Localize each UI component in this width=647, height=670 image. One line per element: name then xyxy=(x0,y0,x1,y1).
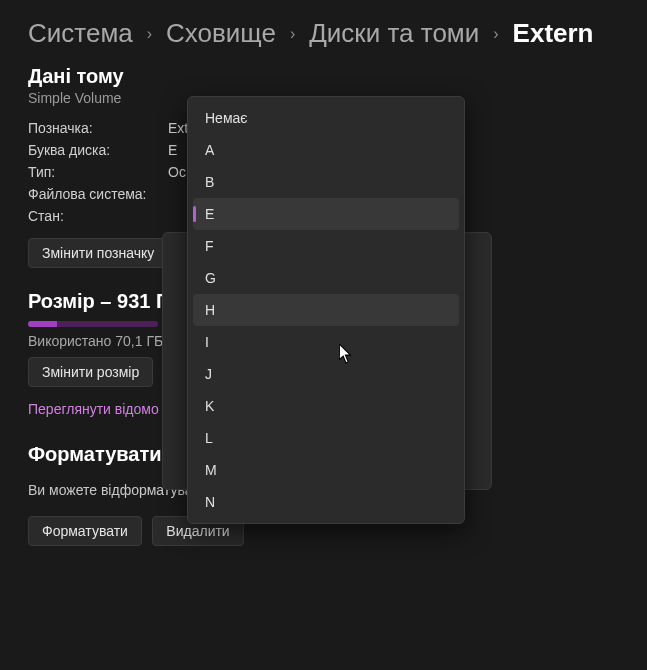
dropdown-item-l[interactable]: L xyxy=(193,422,459,454)
dropdown-item-немає[interactable]: Немає xyxy=(193,102,459,134)
dropdown-item-n[interactable]: N xyxy=(193,486,459,518)
dropdown-item-g[interactable]: G xyxy=(193,262,459,294)
breadcrumb-current: Extern xyxy=(513,18,594,49)
dropdown-item-h[interactable]: H xyxy=(193,294,459,326)
usage-bar xyxy=(28,321,158,327)
chevron-right-icon: › xyxy=(493,25,498,43)
label-label: Позначка: xyxy=(28,120,168,136)
state-label: Стан: xyxy=(28,208,168,224)
dropdown-item-f[interactable]: F xyxy=(193,230,459,262)
breadcrumb-storage[interactable]: Сховище xyxy=(166,18,276,49)
change-label-button[interactable]: Змінити позначку xyxy=(28,238,168,268)
drive-letter-dropdown[interactable]: НемаєABEFGHIJKLMN xyxy=(187,96,465,524)
type-value: Ос xyxy=(168,164,186,180)
dropdown-item-m[interactable]: M xyxy=(193,454,459,486)
breadcrumb-system[interactable]: Система xyxy=(28,18,133,49)
volume-title: Дані тому xyxy=(28,65,619,88)
chevron-right-icon: › xyxy=(290,25,295,43)
type-label: Тип: xyxy=(28,164,168,180)
letter-label: Буква диска: xyxy=(28,142,168,158)
dropdown-item-a[interactable]: A xyxy=(193,134,459,166)
label-value: Ext xyxy=(168,120,188,136)
format-button[interactable]: Форматувати xyxy=(28,516,142,546)
chevron-right-icon: › xyxy=(147,25,152,43)
dropdown-item-e[interactable]: E xyxy=(193,198,459,230)
resize-button[interactable]: Змінити розмір xyxy=(28,357,153,387)
dropdown-item-k[interactable]: K xyxy=(193,390,459,422)
breadcrumb-disks[interactable]: Диски та томи xyxy=(309,18,479,49)
usage-bar-fill xyxy=(28,321,57,327)
fs-label: Файлова система: xyxy=(28,186,168,202)
letter-value: E xyxy=(168,142,177,158)
dropdown-item-j[interactable]: J xyxy=(193,358,459,390)
dropdown-item-b[interactable]: B xyxy=(193,166,459,198)
breadcrumb: Система › Сховище › Диски та томи › Exte… xyxy=(0,0,647,49)
dropdown-item-i[interactable]: I xyxy=(193,326,459,358)
